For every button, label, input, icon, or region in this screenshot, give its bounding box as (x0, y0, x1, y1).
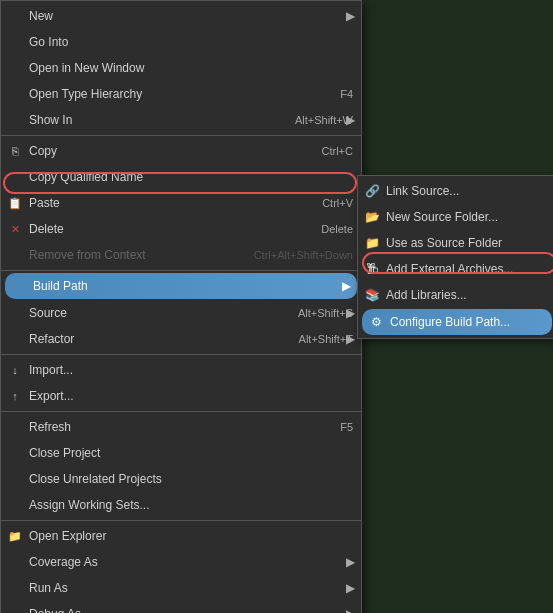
separator-1 (1, 135, 361, 136)
menu-item-refactor[interactable]: Refactor Alt+Shift+T ▶ (1, 326, 361, 352)
separator-2 (1, 270, 361, 271)
arrow-icon: ▶ (346, 6, 355, 26)
source-arrow: ▶ (346, 303, 355, 323)
menu-item-open-type-hierarchy[interactable]: Open Type Hierarchy F4 (1, 81, 361, 107)
coverage-arrow: ▶ (346, 552, 355, 572)
separator-3 (1, 354, 361, 355)
menu-item-open-explorer[interactable]: 📁 Open Explorer (1, 523, 361, 549)
menu-item-copy-qualified[interactable]: Copy Qualified Name (1, 164, 361, 190)
copy-icon: ⎘ (7, 143, 23, 159)
menu-item-go-into[interactable]: Go Into (1, 29, 361, 55)
menu-item-remove-context[interactable]: Remove from Context Ctrl+Alt+Shift+Down (1, 242, 361, 268)
menu-item-import[interactable]: ↓ Import... (1, 357, 361, 383)
source-folder-icon: 📁 (364, 235, 380, 251)
submenu-item-new-source-folder[interactable]: 📂 New Source Folder... (358, 204, 553, 230)
menu-item-run-as[interactable]: Run As ▶ (1, 575, 361, 601)
build-path-submenu: 🔗 Link Source... 📂 New Source Folder... … (357, 175, 553, 339)
menu-item-export[interactable]: ↑ Export... (1, 383, 361, 409)
menu-item-assign-working-sets[interactable]: Assign Working Sets... (1, 492, 361, 518)
menu-item-source[interactable]: Source Alt+Shift+S ▶ (1, 300, 361, 326)
separator-5 (1, 520, 361, 521)
submenu-item-configure-build-path[interactable]: ⚙ Configure Build Path... (362, 309, 552, 335)
link-source-icon: 🔗 (364, 183, 380, 199)
refactor-arrow: ▶ (346, 329, 355, 349)
menu-item-coverage-as[interactable]: Coverage As ▶ (1, 549, 361, 575)
menu-item-refresh[interactable]: Refresh F5 (1, 414, 361, 440)
configure-build-path-icon: ⚙ (368, 314, 384, 330)
import-icon: ↓ (7, 362, 23, 378)
menu-item-close-unrelated[interactable]: Close Unrelated Projects (1, 466, 361, 492)
menu-item-close-project[interactable]: Close Project (1, 440, 361, 466)
menu-item-show-in[interactable]: Show In Alt+Shift+W ▶ (1, 107, 361, 133)
export-icon: ↑ (7, 388, 23, 404)
menu-item-new[interactable]: New ▶ (1, 3, 361, 29)
show-in-arrow: ▶ (346, 110, 355, 130)
menu-item-debug-as[interactable]: Debug As ▶ (1, 601, 361, 613)
debug-arrow: ▶ (346, 604, 355, 613)
menu-item-open-new-window[interactable]: Open in New Window (1, 55, 361, 81)
separator-4 (1, 411, 361, 412)
submenu-item-link-source[interactable]: 🔗 Link Source... (358, 178, 553, 204)
run-arrow: ▶ (346, 578, 355, 598)
paste-icon: 📋 (7, 195, 23, 211)
folder-icon: 📁 (7, 528, 23, 544)
menu-item-build-path[interactable]: Build Path ▶ (5, 273, 357, 299)
submenu-item-use-as-source-folder[interactable]: 📁 Use as Source Folder (358, 230, 553, 256)
menu-item-paste[interactable]: 📋 Paste Ctrl+V (1, 190, 361, 216)
context-menu: New ▶ Go Into Open in New Window Open Ty… (0, 0, 362, 613)
build-path-arrow: ▶ (342, 276, 351, 296)
submenu-item-add-external-archives[interactable]: 🗜 Add External Archives... (358, 256, 553, 282)
menu-item-copy[interactable]: ⎘ Copy Ctrl+C (1, 138, 361, 164)
library-icon: 📚 (364, 287, 380, 303)
archive-icon: 🗜 (364, 261, 380, 277)
delete-icon: ✕ (7, 221, 23, 237)
submenu-item-add-libraries[interactable]: 📚 Add Libraries... (358, 282, 553, 308)
menu-item-delete[interactable]: ✕ Delete Delete (1, 216, 361, 242)
new-folder-icon: 📂 (364, 209, 380, 225)
